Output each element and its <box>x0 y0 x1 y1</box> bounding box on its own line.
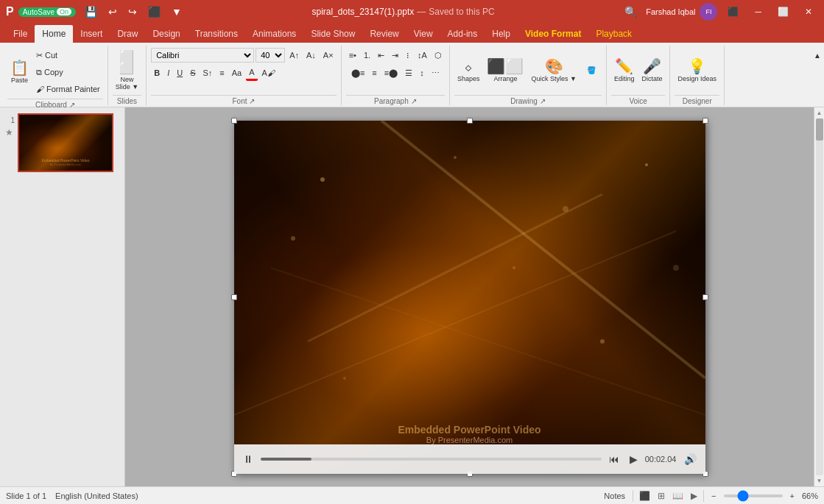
clear-format-button[interactable]: A× <box>320 47 337 63</box>
reading-view-button[interactable]: 📖 <box>671 489 685 503</box>
scroll-thumb[interactable] <box>816 118 823 141</box>
font-row1: Calibri 40 A↑ A↓ A× <box>151 47 336 63</box>
present-button[interactable]: ⬛ <box>144 4 165 19</box>
text-direction-button[interactable]: ↕A <box>415 47 430 63</box>
tab-playback[interactable]: Playback <box>588 25 639 43</box>
italic-button[interactable]: I <box>164 65 172 81</box>
handle-top-left[interactable] <box>231 118 237 124</box>
tab-view[interactable]: View <box>406 25 440 43</box>
slide-sorter-button[interactable]: ⊞ <box>656 489 666 503</box>
restore-button[interactable]: ⬜ <box>772 0 795 24</box>
decrease-indent-button[interactable]: ⇤ <box>375 47 387 63</box>
arrange-button[interactable]: ⬛⬜ Arrange <box>484 51 527 90</box>
columns-button[interactable]: ⫶ <box>403 47 413 63</box>
font-color-button[interactable]: A <box>246 65 257 81</box>
more-button[interactable]: ▼ <box>167 4 186 19</box>
tab-file[interactable]: File <box>6 25 35 43</box>
prev-frame-button[interactable]: ⏮ <box>606 452 622 466</box>
zoom-slider[interactable] <box>724 494 783 497</box>
scroll-track[interactable] <box>816 118 823 475</box>
avatar[interactable]: FI <box>700 3 717 21</box>
highlight-button[interactable]: A🖌 <box>259 65 278 81</box>
play-button[interactable]: ▶ <box>627 452 641 466</box>
align-left-button[interactable]: ⬤≡ <box>348 65 367 81</box>
shape-fill-button[interactable]: 🪣 <box>581 51 602 90</box>
numbering-button[interactable]: 1. <box>361 47 373 63</box>
justify-button[interactable]: ☰ <box>402 65 415 81</box>
align-center-button[interactable]: ≡ <box>369 65 379 81</box>
avatar-initials: FI <box>705 8 711 15</box>
new-slide-button[interactable]: ⬜⬜ NewSlide ▼ <box>113 51 141 90</box>
tab-design[interactable]: Design <box>145 25 187 43</box>
redo-button[interactable]: ↪ <box>124 4 141 19</box>
autosave-toggle[interactable]: AutoSave On <box>18 7 76 17</box>
canvas-area: Embedded PowerPoint Video By PresenterMe… <box>125 107 814 486</box>
scroll-down-arrow[interactable]: ▼ <box>816 477 823 485</box>
slideshow-view-button[interactable]: ▶ <box>689 489 699 503</box>
collapse-ribbon-button[interactable]: ▲ <box>811 47 824 63</box>
undo-button[interactable]: ↩ <box>104 4 122 19</box>
bullets-button[interactable]: ≡• <box>346 47 359 63</box>
powerpoint-logo: P <box>6 5 14 18</box>
increase-indent-button[interactable]: ⇥ <box>389 47 401 63</box>
minimize-button[interactable]: ─ <box>749 0 767 24</box>
bold-button[interactable]: B <box>151 65 163 81</box>
handle-top-center[interactable] <box>467 118 473 124</box>
tab-draw[interactable]: Draw <box>110 25 145 43</box>
zoom-in-button[interactable]: + <box>787 491 797 501</box>
close-button[interactable]: ✕ <box>799 0 818 24</box>
spacing-button[interactable]: ≡ <box>216 65 227 81</box>
cut-button[interactable]: ✂ Cut <box>33 47 103 63</box>
tab-help[interactable]: Help <box>485 25 518 43</box>
designer-content: 💡 Design Ideas <box>675 46 719 95</box>
tab-review[interactable]: Review <box>362 25 406 43</box>
decrease-font-button[interactable]: A↓ <box>303 47 319 63</box>
line-spacing-button[interactable]: ↕ <box>417 65 427 81</box>
more-para-button[interactable]: ⋯ <box>429 65 443 81</box>
pause-button[interactable]: ⏸ <box>240 452 256 466</box>
tab-videoformat[interactable]: Video Format <box>518 25 588 43</box>
quick-access: 💾 ↩ ↪ ⬛ ▼ <box>80 4 186 19</box>
ribbon-collapse-button[interactable]: ⬛ <box>722 0 744 24</box>
dictate-button[interactable]: 🎤 Dictate <box>638 51 665 90</box>
volume-button[interactable]: 🔊 <box>681 452 700 466</box>
handle-middle-left[interactable] <box>231 294 237 300</box>
handle-top-right[interactable] <box>702 118 708 124</box>
tab-animations[interactable]: Animations <box>245 25 303 43</box>
progress-bar[interactable] <box>261 458 602 461</box>
shape-fill-icon: 🪣 <box>587 66 596 74</box>
shapes-button[interactable]: ⬦ Shapes <box>454 51 483 90</box>
tab-transitions[interactable]: Transitions <box>188 25 245 43</box>
save-button[interactable]: 💾 <box>80 4 102 19</box>
increase-font-button[interactable]: A↑ <box>286 47 302 63</box>
font-name-select[interactable]: Calibri <box>151 48 254 63</box>
tab-home[interactable]: Home <box>35 25 73 43</box>
normal-view-button[interactable]: ⬛ <box>638 489 652 503</box>
align-right-button[interactable]: ≡⬤ <box>381 65 401 81</box>
copy-button[interactable]: ⧉ Copy <box>33 64 103 80</box>
format-painter-button[interactable]: 🖌 Format Painter <box>33 81 103 97</box>
convert-smartart-button[interactable]: ⬡ <box>432 47 445 63</box>
format-painter-icon: 🖌 <box>36 85 44 93</box>
strikethrough-button[interactable]: S <box>187 65 198 81</box>
saved-status: — <box>417 7 426 17</box>
zoom-level: 66% <box>802 491 818 500</box>
paste-button[interactable]: 📋 Paste <box>7 52 32 92</box>
design-ideas-button[interactable]: 💡 Design Ideas <box>675 51 719 90</box>
quick-styles-button[interactable]: 🎨 Quick Styles ▼ <box>528 51 579 90</box>
slide-thumbnail[interactable]: Embedded PowerPoint Video By PresenterMe… <box>18 113 113 172</box>
scroll-up-arrow[interactable]: ▲ <box>816 109 823 117</box>
underline-button[interactable]: U <box>174 65 186 81</box>
tab-slideshow[interactable]: Slide Show <box>303 25 362 43</box>
tab-addins[interactable]: Add-ins <box>440 25 485 43</box>
tab-insert[interactable]: Insert <box>73 25 110 43</box>
font-size-select[interactable]: 40 <box>256 48 285 63</box>
search-button[interactable]: 🔍 <box>620 4 641 19</box>
handle-middle-right[interactable] <box>702 294 708 300</box>
title-bar-right: 🔍 Farshad Iqbal FI ⬛ ─ ⬜ ✕ <box>620 0 818 24</box>
shadow-button[interactable]: S↑ <box>200 65 215 81</box>
editing-button[interactable]: ✏️ Editing <box>611 51 638 90</box>
notes-button[interactable]: Notes <box>601 491 628 501</box>
font-case-button[interactable]: Aa <box>229 65 244 81</box>
zoom-out-button[interactable]: − <box>708 491 719 501</box>
